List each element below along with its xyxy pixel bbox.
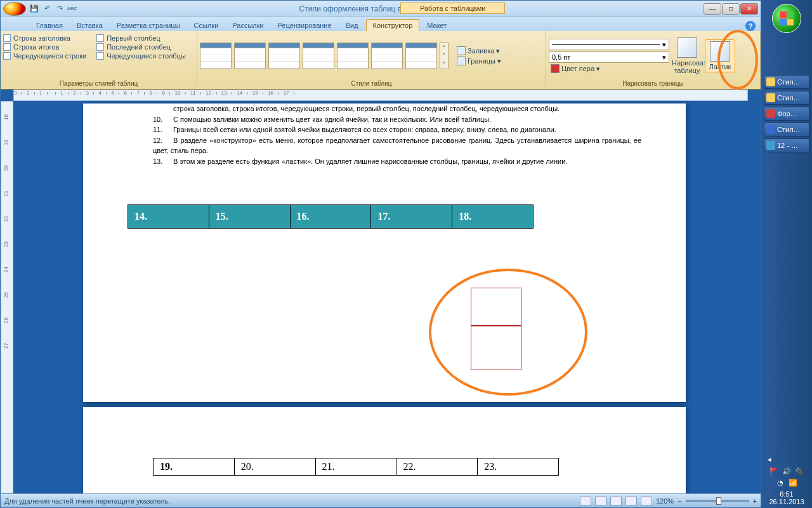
tabletools-contextual-title: Работа с таблицами (400, 3, 505, 14)
check-header-row[interactable]: Строка заголовка (3, 34, 86, 43)
check-banded-rows[interactable]: Чередующиеся строки (3, 51, 86, 60)
minimize-button[interactable]: — (704, 3, 721, 15)
shading-button[interactable]: Заливка ▾ (455, 46, 503, 56)
taskbar-item[interactable]: Стил… (764, 91, 809, 105)
table-2[interactable]: 19. 20. 21. 22. 23. (153, 458, 559, 476)
style-gallery-scroll[interactable]: ▴▾▾ (440, 43, 449, 69)
table-cell[interactable]: 22. (396, 458, 478, 476)
app-icon (766, 141, 775, 150)
help-icon[interactable]: ? (745, 21, 756, 31)
tray-icon[interactable]: ◔ (776, 479, 785, 488)
undo-icon[interactable]: ↶ (41, 3, 53, 15)
table-style-thumb[interactable] (371, 43, 403, 69)
horizontal-ruler[interactable]: 3 · ı · 2 · ı · 1 · ı · · ı · 1 · ı · 2 … (13, 90, 748, 101)
window-title: Стили оформления таблиц в ворде - Micros… (78, 4, 704, 13)
table-style-thumb[interactable] (234, 43, 266, 69)
network-icon[interactable]: 🔌 (795, 467, 804, 476)
group-style-options: Строка заголовка Строка итогов Чередующи… (1, 31, 197, 89)
tab-mailings[interactable]: Рассылки (226, 20, 270, 31)
view-web-icon[interactable] (610, 497, 622, 505)
table-cell[interactable]: 16. (290, 205, 371, 229)
zoom-out-button[interactable]: − (678, 497, 681, 505)
zoom-level[interactable]: 120% (656, 497, 674, 505)
tray-expand-icon[interactable]: ◂ (764, 455, 809, 464)
flag-icon[interactable]: 🚩 (769, 467, 778, 476)
eraser-button[interactable]: Ластик (705, 39, 735, 72)
app-icon (766, 109, 775, 118)
label: Первый столбец (107, 34, 160, 42)
document-page-2[interactable]: 19. 20. 21. 22. 23. (83, 407, 686, 493)
close-button[interactable]: ✕ (740, 3, 758, 15)
check-total-row[interactable]: Строка итогов (3, 43, 86, 51)
start-button[interactable] (772, 4, 801, 33)
zoom-in-button[interactable]: + (753, 497, 757, 505)
check-first-col[interactable]: Первый столбец (96, 34, 186, 43)
document-area: 3 · ı · 2 · ı · 1 · ı · · ı · 1 · ı · 2 … (1, 90, 761, 493)
line-weight-select[interactable]: 0,5 пт▾ (549, 51, 669, 63)
table-cell[interactable]: 23. (478, 458, 559, 476)
table-1[interactable]: 14. 15. 16. 17. 18. (128, 204, 534, 229)
taskbar-item[interactable]: Фор… (764, 107, 809, 121)
clock-time[interactable]: 6:51 (764, 490, 809, 498)
tab-home[interactable]: Главная (30, 20, 69, 31)
taskbar-item[interactable]: Стил… (764, 123, 809, 137)
vertical-ruler[interactable]: 18192021222324252627 (1, 101, 13, 493)
draw-table-button[interactable]: Нарисовать таблицу (672, 37, 702, 74)
table-cell[interactable]: 15. (209, 205, 290, 229)
table-style-thumb[interactable] (337, 43, 369, 69)
taskbar-item[interactable]: Стил… (764, 75, 809, 89)
tab-insert[interactable]: Вставка (70, 20, 109, 31)
table-style-thumb[interactable] (268, 43, 300, 69)
view-fullscreen-icon[interactable] (595, 497, 606, 505)
pen-icon (551, 64, 560, 73)
tab-view[interactable]: Вид (339, 20, 365, 31)
status-bar: Для удаления частей ячеек перетащите ука… (1, 493, 761, 507)
tab-design[interactable]: Конструктор (366, 19, 420, 31)
table-cell[interactable]: 14. (128, 205, 209, 229)
borders-button[interactable]: Границы ▾ (455, 56, 503, 66)
document-page[interactable]: строка заголовка, строка итогов, чередую… (83, 104, 686, 402)
office-button[interactable] (3, 2, 26, 16)
pencil-table-icon (677, 37, 697, 58)
pen-color-button[interactable]: Цвет пера ▾ (549, 64, 669, 74)
table-cell[interactable]: 18. (452, 205, 534, 229)
zoom-slider[interactable] (686, 500, 749, 502)
volume-icon[interactable]: 🔊 (782, 467, 791, 476)
maximize-button[interactable]: □ (722, 3, 740, 15)
taskbar-item[interactable]: 12 - … (764, 138, 809, 152)
redo-icon[interactable]: ↷ (54, 3, 65, 15)
eraser-drag-rect (471, 326, 521, 370)
view-print-layout-icon[interactable] (580, 497, 591, 505)
line-style-select[interactable]: ▾ (549, 39, 669, 50)
check-last-col[interactable]: Последний столбец (96, 43, 186, 51)
table-style-thumb[interactable] (303, 43, 334, 69)
save-icon[interactable]: 💾 (29, 3, 40, 15)
tab-review[interactable]: Рецензирование (272, 20, 338, 31)
view-outline-icon[interactable] (625, 497, 637, 505)
borders-icon (457, 57, 466, 65)
tab-layout[interactable]: Макет (421, 20, 453, 31)
tab-pagelayout[interactable]: Разметка страницы (110, 20, 187, 31)
titlebar: 💾 ↶ ↷ ABC Стили оформления таблиц в ворд… (1, 1, 761, 17)
table-style-thumb[interactable] (200, 43, 232, 69)
view-draft-icon[interactable] (641, 497, 652, 505)
table-cell[interactable]: 17. (371, 205, 452, 229)
bucket-icon (457, 46, 466, 55)
group-draw-borders: ▾ 0,5 пт▾ Цвет пера ▾ Нарисовать таблицу… (546, 31, 761, 89)
table-cell[interactable]: 20. (234, 458, 315, 476)
eraser-icon (710, 41, 730, 62)
label: 0,5 пт (552, 53, 570, 61)
tab-references[interactable]: Ссылки (188, 20, 225, 31)
paragraph: Границы всей сетки или одной взятой ячей… (173, 126, 556, 133)
table-style-thumb[interactable] (405, 43, 437, 69)
label: Строка итогов (13, 43, 59, 51)
list-number: 10. (153, 114, 173, 125)
signal-icon[interactable]: 📶 (789, 479, 797, 488)
check-banded-cols[interactable]: Чередующиеся столбцы (96, 51, 186, 60)
table-cell[interactable]: 21. (315, 458, 396, 476)
table-cell[interactable]: 19. (154, 458, 235, 476)
clock-date[interactable]: 26.11.2013 (764, 498, 809, 505)
spellcheck-icon[interactable]: ABC (67, 3, 78, 15)
paragraph: строка заголовка, строка итогов, чередую… (128, 104, 641, 114)
document-text[interactable]: строка заголовка, строка итогов, чередую… (128, 104, 641, 229)
